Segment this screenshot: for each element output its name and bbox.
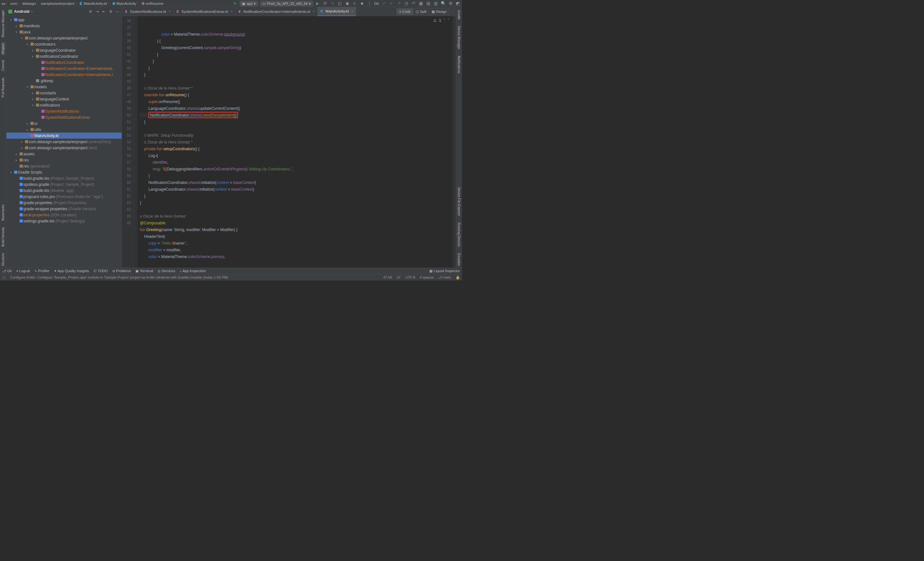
crumb[interactable]: com [10,1,17,6]
close-tab-icon[interactable]: × [351,9,353,13]
design-mode-button[interactable]: ▦Design [429,8,449,15]
editor-tab[interactable]: SystemNotificationsExtras.kt× [173,7,235,16]
tree-item[interactable]: ▾notifications [6,102,122,108]
tree-item[interactable]: ▾com.delasign.samplestarterproject [6,35,122,41]
debug-button[interactable]: ⌗ [330,1,335,6]
down-icon[interactable]: ˅ [448,17,450,24]
code-editor[interactable]: 3637383940414243444546474849505152535455… [122,16,456,268]
inspection-button[interactable]: ⌕ App Inspection [180,269,206,273]
tree-item[interactable]: ▸languageCoordinator [6,47,122,53]
tree-item[interactable]: ▾app [6,17,122,23]
crumb[interactable]: delasign [22,1,36,6]
logcat-button[interactable]: ≡ Logcat [16,269,30,273]
line-separator[interactable]: LF [396,275,401,279]
tree-item[interactable]: ▸res [6,157,122,163]
tree-item[interactable]: ▾coordinators [6,41,122,47]
code-mode-button[interactable]: ≡Code [397,8,413,15]
tool-window-button[interactable]: Running Devices [457,221,461,248]
tree-item[interactable]: ▾java [6,29,122,35]
tool-window-button[interactable]: Emulator [457,252,461,268]
history-icon[interactable]: ◷ [404,1,409,6]
git-push-icon[interactable]: ↗ [396,1,402,6]
git-update-icon[interactable]: ✓ [381,1,387,6]
tool-window-button[interactable]: Device Manager [457,24,461,51]
tool-window-button[interactable]: Bookmarks [1,203,5,222]
settings-icon[interactable]: ⚙ [448,1,453,6]
tree-item[interactable]: .gitkeep [6,78,122,84]
tool-window-button[interactable]: Pull Requests [1,76,5,99]
tree-item[interactable]: ▸manifests [6,23,122,29]
quality-button[interactable]: ✦ App Quality Insights [54,269,89,273]
tool-windows-icon[interactable]: ▢ [2,275,6,279]
more-icon[interactable]: ⋮ [367,1,372,6]
tree-item[interactable]: ▸com.delasign.samplestarterproject(test) [6,145,122,151]
tool-window-button[interactable]: Structure [1,251,5,268]
fold-gutter[interactable] [134,16,137,268]
tree-item[interactable]: SystemNotificationsExtras [6,114,122,120]
tool-window-button[interactable]: Resource Manager [1,8,5,39]
close-tab-icon[interactable]: × [169,10,171,14]
tree-item[interactable]: ▸ui [6,120,122,126]
tree-item[interactable]: NotificationCoordinator+InternalIntents.… [6,72,122,78]
run-button[interactable]: ▶ [315,1,321,6]
tree-item[interactable]: ▸constants [6,90,122,96]
crumb[interactable]: va [1,1,5,6]
stop-button[interactable]: ■ [359,1,365,6]
tree-item[interactable]: SystemNotifications [6,108,122,114]
tree-item[interactable]: res(generated) [6,163,122,169]
tree-item[interactable]: ▸assets [6,151,122,157]
tree-item[interactable]: ▾Gradle Scripts [6,169,122,175]
tree-item[interactable]: ▾notificationCoordinator [6,53,122,59]
profiler-button[interactable]: ∿ Profiler [34,269,50,273]
todo-button[interactable]: ☑ TODO [93,269,108,273]
expand-icon[interactable]: ⇤ [102,9,106,14]
project-tree[interactable]: ▾app▸manifests▾java▾com.delasign.samples… [6,16,122,268]
crumb[interactable]: onResume [146,1,164,6]
hide-icon[interactable]: — [115,9,120,14]
device-dropdown[interactable]: ▭Pixel_3a_API_33_x86_64▾ [260,1,313,6]
close-tab-icon[interactable]: × [231,10,232,14]
file-encoding[interactable]: UTF-8 [405,275,415,279]
problems-button[interactable]: ⊘ Problems [112,269,131,273]
run-config-dropdown[interactable]: ▣app▾ [240,1,258,6]
services-button[interactable]: ◎ Services [158,269,175,273]
tree-item[interactable]: local.properties(SDK Location) [6,212,122,218]
inspection-widget[interactable]: ⚠1˄˅ [433,17,450,24]
tree-item[interactable]: spotless.gradle(Project: Sample_Project) [6,182,122,188]
close-tab-icon[interactable]: × [313,10,315,14]
up-icon[interactable]: ˄ [443,17,446,24]
tool-window-button[interactable]: Commit [1,58,5,72]
indent[interactable]: 4 spaces [420,275,434,279]
git-commit-icon[interactable]: ✓ [389,1,394,6]
tree-item[interactable]: build.gradle.kts(Module :app) [6,188,122,194]
chevron-down-icon[interactable]: ▾ [32,10,32,12]
gear-icon[interactable]: ⚙ [108,9,113,14]
code-content[interactable]: ⚠1˄˅ color = MaterialTheme.colorScheme.b… [137,16,453,268]
tree-item[interactable]: NotificationCoordinator [6,59,122,66]
crumb[interactable]: samplestarterproject [41,1,74,6]
split-mode-button[interactable]: ◫Split [413,8,429,15]
lock-icon[interactable]: 🔒 [456,275,460,279]
sidebar-title[interactable]: Android [14,9,30,14]
tool-window-button[interactable]: Notifications [457,54,461,75]
attach-debugger-icon[interactable]: ⎋ [352,1,357,6]
rollback-icon[interactable]: ↶ [411,1,417,6]
apply-changes-icon[interactable]: ⟳ [322,1,328,6]
editor-tab[interactable]: SystemNotifications.kt× [122,7,173,16]
git-tool-button[interactable]: ⎇ Git [2,269,12,273]
collapse-icon[interactable]: ⇥ [95,9,100,14]
tree-item[interactable]: ▸com.delasign.samplestarterproject(andro… [6,139,122,145]
resource-icon[interactable]: ▥ [433,1,439,6]
tree-item[interactable]: settings.gradle.kts(Project Settings) [6,218,122,224]
tool-window-button[interactable]: Project [1,42,5,55]
terminal-button[interactable]: ▣ Terminal [135,269,153,273]
tool-window-button[interactable]: Gradle [457,8,461,21]
tree-item[interactable]: ▾models [6,84,122,90]
tree-item[interactable]: proguard-rules.pro(ProGuard Rules for ":… [6,194,122,200]
tree-item[interactable]: NotificationCoordinator+ExternalIntents. [6,66,122,72]
tool-window-button[interactable]: Device File Explorer [457,186,461,218]
target-icon[interactable]: ⊕ [88,9,93,14]
tree-item[interactable]: gradle-wrapper.properties(Gradle Version… [6,206,122,212]
crumb[interactable]: MainActivity.kt [84,1,107,6]
git-branch[interactable]: ⎇ main [438,275,451,279]
